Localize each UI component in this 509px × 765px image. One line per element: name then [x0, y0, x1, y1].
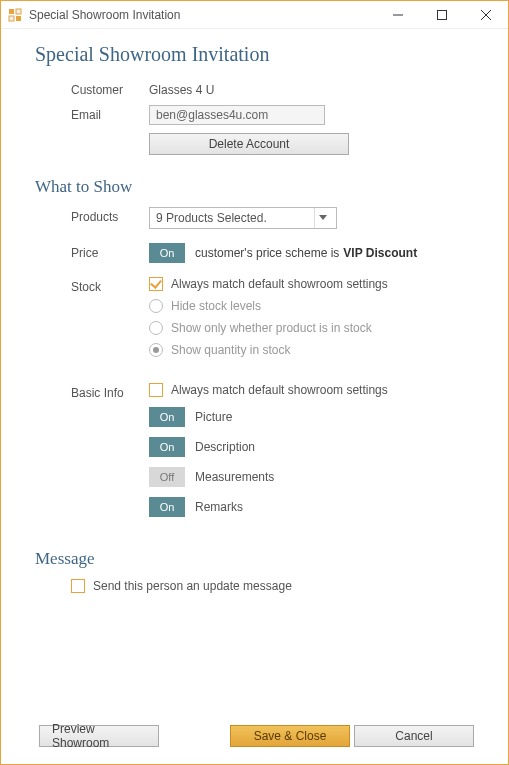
- basicinfo-always-match-label: Always match default showroom settings: [171, 383, 388, 397]
- measurements-label: Measurements: [195, 470, 274, 484]
- window-title: Special Showroom Invitation: [29, 8, 180, 22]
- description-label: Description: [195, 440, 255, 454]
- window-frame: Special Showroom Invitation Special Show…: [0, 0, 509, 765]
- page-title: Special Showroom Invitation: [35, 43, 474, 66]
- titlebar: Special Showroom Invitation: [1, 1, 508, 29]
- send-update-checkbox[interactable]: [71, 579, 85, 593]
- section-message: Message: [35, 549, 474, 569]
- products-select[interactable]: 9 Products Selected.: [149, 207, 337, 229]
- stock-radio-hide[interactable]: [149, 299, 163, 313]
- svg-marker-8: [319, 215, 327, 220]
- maximize-icon: [437, 10, 447, 20]
- minimize-button[interactable]: [376, 1, 420, 29]
- cancel-button[interactable]: Cancel: [354, 725, 474, 747]
- svg-rect-2: [9, 16, 14, 21]
- picture-label: Picture: [195, 410, 232, 424]
- save-close-button[interactable]: Save & Close: [230, 725, 350, 747]
- price-label: Price: [71, 243, 149, 260]
- svg-rect-3: [16, 16, 21, 21]
- products-select-text: 9 Products Selected.: [156, 211, 314, 225]
- measurements-toggle[interactable]: Off: [149, 467, 185, 487]
- stock-always-match-label: Always match default showroom settings: [171, 277, 388, 291]
- message-row: Send this person an update message: [71, 579, 474, 601]
- app-icon: [7, 7, 23, 23]
- email-row: Email: [71, 105, 474, 125]
- delete-account-button[interactable]: Delete Account: [149, 133, 349, 155]
- customer-value: Glasses 4 U: [149, 80, 214, 97]
- stock-row: Stock Always match default showroom sett…: [71, 277, 474, 365]
- remarks-toggle[interactable]: On: [149, 497, 185, 517]
- delete-account-row: Delete Account: [71, 133, 474, 155]
- svg-rect-1: [16, 9, 21, 14]
- close-icon: [481, 10, 491, 20]
- basicinfo-always-match-checkbox[interactable]: [149, 383, 163, 397]
- price-toggle[interactable]: On: [149, 243, 185, 263]
- products-label: Products: [71, 207, 149, 224]
- products-row: Products 9 Products Selected.: [71, 207, 474, 229]
- stock-radio-instockonly-label: Show only whether product is in stock: [171, 321, 372, 335]
- price-scheme-text: customer's price scheme is: [195, 246, 339, 260]
- stock-label: Stock: [71, 277, 149, 294]
- basicinfo-label: Basic Info: [71, 383, 149, 400]
- section-what-to-show: What to Show: [35, 177, 474, 197]
- maximize-button[interactable]: [420, 1, 464, 29]
- footer: Preview Showroom Save & Close Cancel: [1, 720, 508, 764]
- stock-always-match-checkbox[interactable]: [149, 277, 163, 291]
- stock-radio-instockonly[interactable]: [149, 321, 163, 335]
- content-area: Special Showroom Invitation Customer Gla…: [1, 29, 508, 720]
- price-row: Price On customer's price scheme is VIP …: [71, 243, 474, 263]
- email-input[interactable]: [149, 105, 325, 125]
- stock-radio-quantity[interactable]: [149, 343, 163, 357]
- basicinfo-row: Basic Info Always match default showroom…: [71, 383, 474, 527]
- customer-label: Customer: [71, 80, 149, 97]
- remarks-label: Remarks: [195, 500, 243, 514]
- preview-showroom-button[interactable]: Preview Showroom: [39, 725, 159, 747]
- price-scheme-value: VIP Discount: [343, 246, 417, 260]
- close-button[interactable]: [464, 1, 508, 29]
- chevron-down-icon: [314, 208, 330, 228]
- picture-toggle[interactable]: On: [149, 407, 185, 427]
- send-update-label: Send this person an update message: [93, 579, 292, 593]
- svg-rect-0: [9, 9, 14, 14]
- minimize-icon: [393, 10, 403, 20]
- stock-radio-hide-label: Hide stock levels: [171, 299, 261, 313]
- svg-rect-5: [438, 10, 447, 19]
- email-label: Email: [71, 105, 149, 122]
- description-toggle[interactable]: On: [149, 437, 185, 457]
- customer-row: Customer Glasses 4 U: [71, 80, 474, 97]
- stock-radio-quantity-label: Show quantity in stock: [171, 343, 290, 357]
